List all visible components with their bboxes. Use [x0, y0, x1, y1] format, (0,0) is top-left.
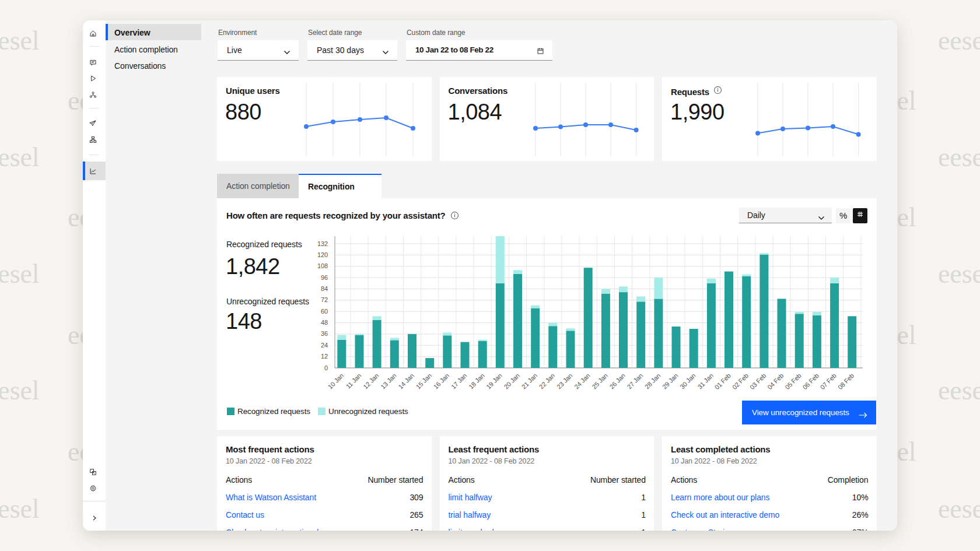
svg-text:31 Jan: 31 Jan: [696, 372, 714, 390]
svg-text:84: 84: [321, 285, 328, 292]
svg-text:22 Jan: 22 Jan: [538, 372, 556, 390]
svg-text:03 Feb: 03 Feb: [748, 372, 767, 391]
svg-text:60: 60: [321, 308, 328, 315]
svg-text:18 Jan: 18 Jan: [467, 372, 485, 390]
svg-text:25 Jan: 25 Jan: [590, 372, 608, 390]
svg-text:16 Jan: 16 Jan: [432, 372, 450, 390]
svg-text:26 Jan: 26 Jan: [608, 372, 626, 390]
svg-text:14 Jan: 14 Jan: [397, 372, 415, 390]
svg-text:72: 72: [321, 296, 328, 303]
svg-text:108: 108: [317, 262, 328, 269]
svg-text:06 Feb: 06 Feb: [802, 372, 820, 391]
svg-text:132: 132: [317, 240, 328, 247]
svg-text:10 Jan: 10 Jan: [327, 372, 345, 390]
svg-text:08 Feb: 08 Feb: [836, 372, 855, 391]
svg-text:12: 12: [321, 353, 328, 360]
svg-text:29 Jan: 29 Jan: [661, 372, 679, 390]
svg-text:28 Jan: 28 Jan: [643, 372, 662, 390]
svg-text:17 Jan: 17 Jan: [450, 372, 468, 390]
svg-text:96: 96: [321, 274, 328, 281]
svg-text:12 Jan: 12 Jan: [362, 372, 380, 390]
svg-text:120: 120: [317, 251, 328, 258]
svg-text:23 Jan: 23 Jan: [555, 372, 573, 390]
svg-text:27 Jan: 27 Jan: [626, 372, 644, 390]
svg-text:11 Jan: 11 Jan: [345, 372, 363, 390]
svg-text:0: 0: [324, 364, 328, 371]
svg-text:21 Jan: 21 Jan: [520, 372, 538, 390]
svg-text:20 Jan: 20 Jan: [502, 372, 520, 390]
svg-text:48: 48: [321, 319, 328, 326]
svg-text:36: 36: [321, 330, 328, 337]
svg-text:13 Jan: 13 Jan: [379, 372, 397, 390]
svg-text:15 Jan: 15 Jan: [415, 372, 433, 390]
svg-text:24 Jan: 24 Jan: [573, 372, 591, 390]
svg-text:01 Feb: 01 Feb: [713, 372, 732, 391]
svg-text:05 Feb: 05 Feb: [783, 372, 802, 391]
svg-text:02 Feb: 02 Feb: [731, 372, 750, 391]
svg-text:24: 24: [321, 342, 328, 349]
svg-text:04 Feb: 04 Feb: [766, 372, 785, 391]
svg-text:07 Feb: 07 Feb: [819, 372, 838, 391]
svg-text:30 Jan: 30 Jan: [678, 372, 696, 390]
svg-text:19 Jan: 19 Jan: [485, 372, 503, 390]
